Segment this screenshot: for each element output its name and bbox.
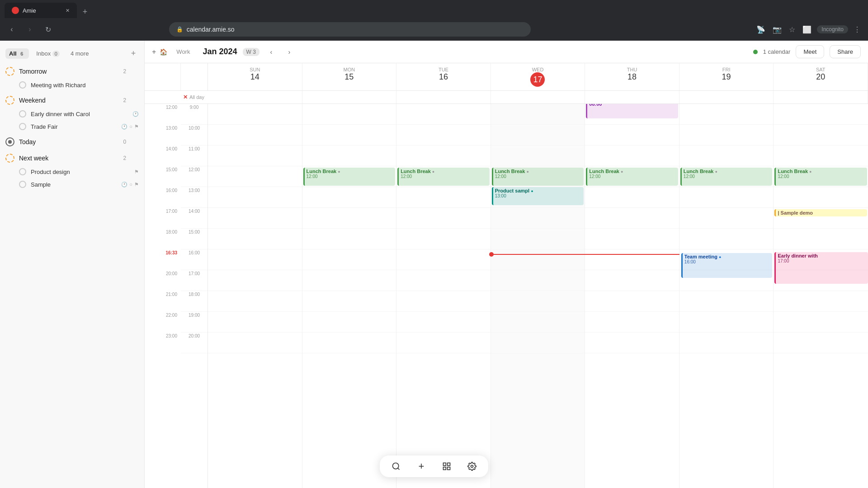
- browser-chrome: Amie ✕ + ‹ › ↻ 🔒 calendar.amie.so 📡 📷 ☆ …: [0, 0, 868, 41]
- task-early-dinner[interactable]: Early dinner with Carol 🕐: [0, 108, 144, 120]
- time-1200: 12:00: [145, 104, 181, 125]
- day-col-sun[interactable]: [208, 104, 302, 488]
- group-today-header[interactable]: Today 0 + ···: [0, 135, 144, 149]
- nextweek-add[interactable]: +: [128, 155, 132, 162]
- day-col-wed[interactable]: Lunch Break ● 12:00 Product sampl ● 13:0…: [491, 104, 585, 488]
- tomorrow-add[interactable]: +: [128, 68, 132, 75]
- group-weekend-header[interactable]: Weekend 2 + ···: [0, 93, 144, 108]
- sidebar-add-button[interactable]: +: [128, 48, 139, 59]
- sun-h15[interactable]: [208, 166, 302, 187]
- task-label-product: Product design: [31, 169, 134, 175]
- task-check-sample[interactable]: [19, 181, 26, 188]
- event-product-sample-wed[interactable]: Product sampl ● 13:00: [492, 187, 584, 205]
- layout-toolbar-button[interactable]: [439, 459, 454, 474]
- allday-fri[interactable]: [679, 91, 774, 103]
- event-lunch-wed[interactable]: Lunch Break ● 12:00: [492, 168, 584, 186]
- sun-h16[interactable]: [208, 187, 302, 208]
- allday-tue[interactable]: [396, 91, 491, 103]
- task-check-trade[interactable]: [19, 123, 26, 130]
- allday-close-icon[interactable]: ✕: [183, 94, 188, 100]
- sun-h14[interactable]: [208, 145, 302, 166]
- day-col-tue[interactable]: Lunch Break ● 12:00: [396, 104, 491, 488]
- sidebar-tab-more[interactable]: 4 more: [67, 48, 92, 59]
- group-nextweek-header[interactable]: Next week 2 + ···: [0, 151, 144, 165]
- allday-sun[interactable]: [208, 91, 302, 103]
- sun-h19[interactable]: [208, 249, 302, 270]
- task-check-dinner[interactable]: [19, 110, 26, 117]
- sun-h12[interactable]: [208, 104, 302, 125]
- sun-h20[interactable]: [208, 270, 302, 291]
- event-lunch-sat[interactable]: Lunch Break ● 12:00: [774, 168, 867, 186]
- photo-icon[interactable]: 📷: [771, 23, 783, 36]
- event-early-dinner-sat[interactable]: Early dinner with 17:00: [774, 252, 868, 284]
- event-lunch-fri[interactable]: Lunch Break ● 12:00: [680, 168, 773, 186]
- nextweek-label: Next week: [19, 155, 123, 162]
- url-bar[interactable]: 🔒 calendar.amie.so: [169, 22, 531, 37]
- event-sample-demo-sat[interactable]: | Sample demo: [774, 209, 867, 216]
- day-col-thu[interactable]: 08:00 Lunch Break ● 12:00: [585, 104, 679, 488]
- next-week-button[interactable]: ›: [283, 46, 296, 58]
- share-button[interactable]: Share: [830, 45, 861, 58]
- day-col-fri[interactable]: Lunch Break ● 12:00 Team meeting ● 16:00: [679, 104, 774, 488]
- new-tab-button[interactable]: +: [79, 5, 91, 18]
- tomorrow-label: Tomorrow: [19, 68, 123, 75]
- event-lunch-thu[interactable]: Lunch Break ● 12:00: [586, 168, 678, 186]
- task-trade-fair[interactable]: Trade Fair 🕐 ○ ⚑: [0, 120, 144, 133]
- day-col-mon[interactable]: Lunch Break ● 12:00: [302, 104, 397, 488]
- settings-toolbar-button[interactable]: [465, 459, 479, 474]
- today-more[interactable]: ···: [133, 138, 139, 145]
- task-sample[interactable]: Sample 🕐 ○ ⚑: [0, 178, 144, 191]
- home-icon[interactable]: 🏠: [160, 48, 167, 56]
- allday-mon[interactable]: [302, 91, 397, 103]
- prev-week-button[interactable]: ‹: [265, 46, 278, 58]
- event-team-meeting-fri[interactable]: Team meeting ● 16:00: [681, 253, 773, 278]
- today-add[interactable]: +: [128, 138, 132, 145]
- day-header-sat: SAT 20: [774, 63, 868, 90]
- sun-h22[interactable]: [208, 312, 302, 333]
- sun-h23[interactable]: [208, 333, 302, 353]
- calendar-add-icon[interactable]: +: [152, 48, 156, 56]
- sun-h21[interactable]: [208, 291, 302, 312]
- tomorrow-more[interactable]: ···: [133, 68, 139, 75]
- url-text: calendar.amie.so: [187, 26, 235, 33]
- menu-icon[interactable]: ⋮: [852, 23, 863, 36]
- meet-button[interactable]: Meet: [796, 45, 824, 58]
- weekend-add[interactable]: +: [128, 97, 132, 104]
- active-tab[interactable]: Amie ✕: [5, 3, 77, 18]
- sidebar-tab-all[interactable]: All 6: [5, 48, 29, 59]
- back-button[interactable]: ‹: [5, 23, 18, 36]
- tomorrow-count: 2: [123, 68, 126, 75]
- event-lunch-tue[interactable]: Lunch Break ● 12:00: [397, 168, 490, 186]
- task-check-richard[interactable]: [19, 81, 26, 89]
- incognito-button[interactable]: Incognito: [817, 25, 848, 33]
- forward-button[interactable]: ›: [24, 23, 36, 36]
- bookmark-icon[interactable]: ☆: [787, 23, 797, 36]
- sidebar-icon[interactable]: ⬜: [801, 23, 813, 36]
- day-col-sat[interactable]: Lunch Break ● 12:00 | Sample demo Early …: [774, 104, 868, 488]
- sun-h17[interactable]: [208, 208, 302, 229]
- group-tomorrow-header[interactable]: Tomorrow 2 + ···: [0, 64, 144, 79]
- week-badge: W 3: [243, 48, 259, 56]
- task-meeting-richard[interactable]: Meeting with Richard: [0, 79, 144, 91]
- calendar-dot: [753, 50, 758, 54]
- tab-close-button[interactable]: ✕: [66, 8, 70, 14]
- task-check-product[interactable]: [19, 168, 26, 175]
- sidebar-tab-inbox[interactable]: Inbox 0: [33, 48, 63, 59]
- sun-h18[interactable]: [208, 229, 302, 249]
- work-time-header: [181, 63, 208, 90]
- event-0800-thu[interactable]: 08:00: [586, 104, 678, 118]
- add-toolbar-button[interactable]: +: [414, 459, 429, 474]
- allday-sat[interactable]: [774, 91, 868, 103]
- day-header-tue: TUE 16: [396, 63, 491, 90]
- search-toolbar-button[interactable]: [389, 459, 403, 474]
- reload-button[interactable]: ↻: [42, 23, 54, 36]
- weekend-more[interactable]: ···: [133, 97, 139, 104]
- cast-icon[interactable]: 📡: [755, 23, 767, 36]
- event-name: Lunch Break ●: [307, 169, 394, 174]
- allday-thu[interactable]: [585, 91, 679, 103]
- nextweek-more[interactable]: ···: [133, 155, 139, 162]
- event-lunch-mon[interactable]: Lunch Break ● 12:00: [303, 168, 396, 186]
- task-product-design[interactable]: Product design ⚑: [0, 165, 144, 178]
- allday-wed[interactable]: [491, 91, 585, 103]
- sun-h13[interactable]: [208, 125, 302, 145]
